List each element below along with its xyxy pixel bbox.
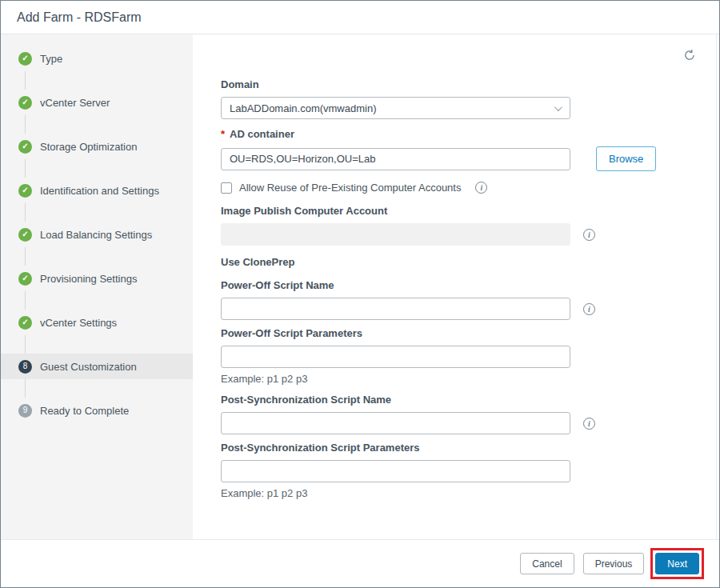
allow-reuse-row: Allow Reuse of Pre-Existing Computer Acc… bbox=[221, 182, 695, 194]
step-done-check-icon: ✓ bbox=[18, 52, 32, 66]
chevron-down-icon bbox=[554, 103, 562, 111]
refresh-icon[interactable] bbox=[682, 49, 697, 63]
power-off-name-label: Power-Off Script Name bbox=[221, 279, 695, 291]
image-publish-field-group: Image Publish Computer Account i bbox=[221, 205, 695, 246]
power-off-params-label: Power-Off Script Parameters bbox=[221, 327, 695, 339]
power-off-params-field-group: Power-Off Script Parameters Example: p1 … bbox=[221, 327, 695, 385]
previous-button[interactable]: Previous bbox=[583, 553, 645, 574]
allow-reuse-label: Allow Reuse of Pre-Existing Computer Acc… bbox=[239, 182, 461, 194]
cancel-button[interactable]: Cancel bbox=[520, 553, 574, 574]
scrollbar-track[interactable] bbox=[716, 34, 717, 539]
step-storage-optimization[interactable]: ✓ Storage Optimization bbox=[1, 134, 193, 159]
info-icon[interactable]: i bbox=[583, 418, 595, 430]
post-sync-name-field-group: Post-Synchronization Script Name i bbox=[221, 394, 695, 434]
step-done-check-icon: ✓ bbox=[18, 96, 32, 110]
step-connector bbox=[25, 203, 26, 222]
step-done-check-icon: ✓ bbox=[18, 140, 32, 154]
step-connector bbox=[25, 115, 26, 134]
step-connector bbox=[25, 159, 26, 178]
dialog-titlebar: Add Farm - RDSFarm bbox=[1, 1, 719, 34]
step-ready-to-complete[interactable]: 9 Ready to Complete bbox=[1, 398, 193, 423]
highlight-annotation: Next bbox=[650, 548, 704, 579]
post-sync-params-hint: Example: p1 p2 p3 bbox=[221, 487, 695, 499]
step-load-balancing-settings[interactable]: ✓ Load Balancing Settings bbox=[1, 222, 193, 247]
step-vcenter-server[interactable]: ✓ vCenter Server bbox=[1, 90, 193, 115]
ad-container-label: * AD container bbox=[221, 128, 695, 140]
power-off-name-field-group: Power-Off Script Name i bbox=[221, 279, 695, 320]
step-done-check-icon: ✓ bbox=[18, 228, 32, 242]
post-sync-script-params-input[interactable] bbox=[221, 460, 570, 482]
dialog-footer: Cancel Previous Next bbox=[1, 539, 719, 587]
post-sync-params-label: Post-Synchronization Script Parameters bbox=[221, 442, 695, 454]
post-sync-name-label: Post-Synchronization Script Name bbox=[221, 394, 695, 406]
info-icon[interactable]: i bbox=[583, 303, 595, 315]
post-sync-params-field-group: Post-Synchronization Script Parameters E… bbox=[221, 442, 695, 499]
ad-container-input[interactable] bbox=[221, 148, 570, 170]
step-connector bbox=[25, 379, 26, 398]
allow-reuse-checkbox[interactable] bbox=[221, 182, 232, 194]
step-type[interactable]: ✓ Type bbox=[1, 46, 193, 71]
power-off-script-params-input[interactable] bbox=[221, 346, 570, 368]
required-asterisk: * bbox=[221, 128, 225, 140]
step-number-badge: 9 bbox=[18, 404, 32, 418]
step-vcenter-settings[interactable]: ✓ vCenter Settings bbox=[1, 310, 193, 335]
image-publish-label: Image Publish Computer Account bbox=[221, 205, 695, 217]
post-sync-script-name-input[interactable] bbox=[221, 412, 570, 434]
step-provisioning-settings[interactable]: ✓ Provisioning Settings bbox=[1, 266, 193, 291]
step-connector bbox=[25, 335, 26, 354]
domain-select[interactable]: LabADDomain.com(vmwadmin) bbox=[221, 97, 570, 119]
info-icon[interactable]: i bbox=[583, 229, 595, 241]
dialog-title: Add Farm - RDSFarm bbox=[17, 10, 142, 25]
step-done-check-icon: ✓ bbox=[18, 184, 32, 198]
dialog-body: ✓ Type ✓ vCenter Server ✓ Storage Optimi… bbox=[1, 34, 719, 539]
power-off-script-name-input[interactable] bbox=[221, 298, 570, 320]
step-number-badge: 8 bbox=[18, 360, 32, 374]
power-off-params-hint: Example: p1 p2 p3 bbox=[221, 373, 695, 385]
add-farm-dialog: Add Farm - RDSFarm ✓ Type ✓ vCenter Serv… bbox=[0, 0, 720, 588]
guest-customization-panel: Domain LabADDomain.com(vmwadmin) * AD co… bbox=[193, 34, 719, 539]
step-done-check-icon: ✓ bbox=[18, 272, 32, 286]
next-button[interactable]: Next bbox=[655, 553, 699, 574]
domain-field-group: Domain LabADDomain.com(vmwadmin) bbox=[221, 78, 695, 119]
step-done-check-icon: ✓ bbox=[18, 316, 32, 330]
info-icon[interactable]: i bbox=[475, 182, 487, 194]
step-connector bbox=[25, 247, 26, 266]
step-connector bbox=[25, 71, 26, 90]
image-publish-input bbox=[221, 223, 570, 246]
step-guest-customization[interactable]: 8 Guest Customization bbox=[1, 354, 193, 379]
step-identification-settings[interactable]: ✓ Identification and Settings bbox=[1, 178, 193, 203]
ad-container-field-group: * AD container Browse bbox=[221, 128, 695, 171]
step-connector bbox=[25, 291, 26, 310]
domain-label: Domain bbox=[221, 78, 695, 90]
use-cloneprep-label: Use ClonePrep bbox=[221, 256, 695, 268]
domain-selected-value: LabADDomain.com(vmwadmin) bbox=[230, 102, 377, 114]
wizard-stepper: ✓ Type ✓ vCenter Server ✓ Storage Optimi… bbox=[1, 34, 193, 539]
browse-button[interactable]: Browse bbox=[596, 146, 656, 171]
